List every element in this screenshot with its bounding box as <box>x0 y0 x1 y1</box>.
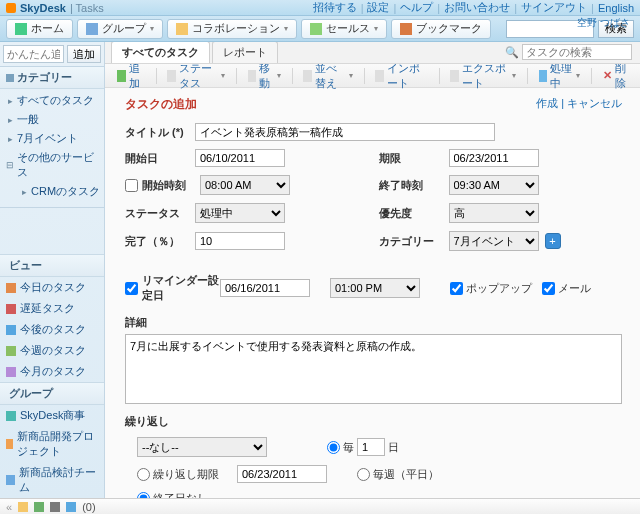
tab-home[interactable]: ホーム <box>6 19 73 39</box>
chk-starttime[interactable] <box>125 179 138 192</box>
cat-july[interactable]: ▸7月イベント <box>6 129 104 148</box>
radio-repeatdue[interactable] <box>137 468 150 481</box>
input-due[interactable] <box>449 149 539 167</box>
subtab-report[interactable]: レポート <box>212 42 278 63</box>
tab-sales[interactable]: セールス▾ <box>301 19 387 39</box>
export-icon <box>450 70 459 82</box>
link-english[interactable]: English <box>598 2 634 14</box>
cat-crm[interactable]: ▸CRMのタスク <box>6 182 104 201</box>
presence-icon[interactable] <box>34 502 44 512</box>
lbl-reminder: リマインダー設定日 <box>142 273 220 303</box>
textarea-detail[interactable]: 7月に出展するイベントで使用する発表資料と原稿の作成。 <box>125 334 622 404</box>
lbl-due: 期限 <box>379 151 449 166</box>
radio-weekday[interactable] <box>357 468 370 481</box>
sort-icon <box>303 70 311 82</box>
link-signout[interactable]: サインアウト <box>521 0 587 15</box>
views-header[interactable]: ビュー <box>0 254 104 277</box>
form-title: タスクの追加 <box>125 97 197 111</box>
radio-noend[interactable] <box>137 492 150 498</box>
sel-endtime[interactable]: 09:30 AM <box>449 175 539 195</box>
category-header[interactable]: カテゴリー <box>0 67 104 89</box>
count-label: (0) <box>82 501 95 513</box>
input-repeatdue[interactable] <box>237 465 327 483</box>
lbl-endtime: 終了時刻 <box>379 178 449 193</box>
sel-category[interactable]: 7月イベント <box>449 231 539 251</box>
home-icon <box>15 23 27 35</box>
notif-icon[interactable] <box>18 502 28 512</box>
chk-reminder[interactable] <box>125 282 138 295</box>
contacts-icon[interactable] <box>50 502 60 512</box>
lbl-category: カテゴリー <box>379 234 449 249</box>
lbl-mail: メール <box>558 281 591 296</box>
input-every[interactable] <box>357 438 385 456</box>
cat-general[interactable]: ▸一般 <box>6 110 104 129</box>
user-label: 空野 つばさ <box>577 16 630 30</box>
sel-status[interactable]: 処理中 <box>195 203 285 223</box>
action-cancel[interactable]: キャンセル <box>567 97 622 109</box>
lbl-starttime: 開始時刻 <box>142 178 200 193</box>
input-complete[interactable] <box>195 232 285 250</box>
lbl-status: ステータス <box>125 206 195 221</box>
input-title[interactable] <box>195 123 495 141</box>
view-upcoming[interactable]: 今後のタスク <box>0 319 104 340</box>
brand-name: SkyDesk <box>20 2 66 14</box>
import-icon <box>375 70 384 82</box>
form-actions: 作成|キャンセル <box>536 96 622 111</box>
top-links: 招待する| 設定| ヘルプ| お問い合わせ| サインアウト| English <box>313 0 634 15</box>
processing-icon <box>539 70 547 82</box>
folder-icon <box>176 23 188 35</box>
quick-add-input[interactable] <box>3 45 64 63</box>
view-week[interactable]: 今週のタスク <box>0 340 104 361</box>
brand: SkyDesk | Tasks <box>6 2 104 14</box>
subtab-all[interactable]: すべてのタスク <box>111 42 210 63</box>
view-today[interactable]: 今日のタスク <box>0 277 104 298</box>
people-icon[interactable] <box>66 502 76 512</box>
nav-tabs: ホーム グループ▾ コラボレーション▾ セールス▾ ブックマーク 検索 <box>0 16 640 42</box>
add-category-button[interactable]: + <box>545 233 561 249</box>
input-start[interactable] <box>195 149 285 167</box>
tab-bookmark[interactable]: ブックマーク <box>391 19 491 39</box>
input-remdate[interactable] <box>220 279 310 297</box>
sel-remtime[interactable]: 01:00 PM <box>330 278 420 298</box>
delete-icon: ✕ <box>603 69 612 82</box>
lbl-detail: 詳細 <box>125 307 622 334</box>
sidebar: 追加 カテゴリー ▸すべてのタスク ▸一般 ▸7月イベント ⊟その他のサービス … <box>0 42 105 498</box>
search-icon: 🔍 <box>505 46 519 59</box>
radio-every[interactable] <box>327 441 340 454</box>
view-late[interactable]: 遅延タスク <box>0 298 104 319</box>
chk-mail[interactable] <box>542 282 555 295</box>
move-icon <box>248 70 256 82</box>
groups-header[interactable]: グループ <box>0 382 104 405</box>
link-invite[interactable]: 招待する <box>313 0 357 15</box>
lbl-popup: ポップアップ <box>466 281 532 296</box>
group-0[interactable]: SkyDesk商事 <box>0 405 104 426</box>
lbl-start: 開始日 <box>125 151 195 166</box>
tab-group[interactable]: グループ▾ <box>77 19 163 39</box>
link-settings[interactable]: 設定 <box>367 0 389 15</box>
sel-repeat[interactable]: --なし-- <box>137 437 267 457</box>
sel-starttime[interactable]: 08:00 AM <box>200 175 290 195</box>
chk-popup[interactable] <box>450 282 463 295</box>
bottom-bar: « (0) <box>0 498 640 514</box>
lbl-title: タイトル (*) <box>125 125 195 140</box>
add-icon <box>117 70 126 82</box>
sel-priority[interactable]: 高 <box>449 203 539 223</box>
lbl-priority: 優先度 <box>379 206 449 221</box>
group-2[interactable]: 新商品検討チーム <box>0 462 104 498</box>
link-help[interactable]: ヘルプ <box>400 0 433 15</box>
cat-all[interactable]: ▸すべてのタスク <box>6 91 104 110</box>
lbl-repeat: 繰り返し <box>125 406 622 433</box>
cat-other[interactable]: ⊟その他のサービス <box>6 148 104 182</box>
task-search-input[interactable] <box>522 44 632 60</box>
tab-collab[interactable]: コラボレーション▾ <box>167 19 297 39</box>
quick-add-button[interactable]: 追加 <box>67 45 101 63</box>
group-1[interactable]: 新商品開発プロジェクト <box>0 426 104 462</box>
status-icon <box>167 70 176 82</box>
group-icon <box>86 23 98 35</box>
brand-logo <box>6 3 16 13</box>
link-contact[interactable]: お問い合わせ <box>444 0 510 15</box>
view-month[interactable]: 今月のタスク <box>0 361 104 382</box>
sales-icon <box>310 23 322 35</box>
toolbar: 追加 ステータス▾ 移動▾ 並べ替え▾ インポート エクスポート▾ 処理中▾ ✕… <box>105 64 640 88</box>
action-create[interactable]: 作成 <box>536 97 558 109</box>
